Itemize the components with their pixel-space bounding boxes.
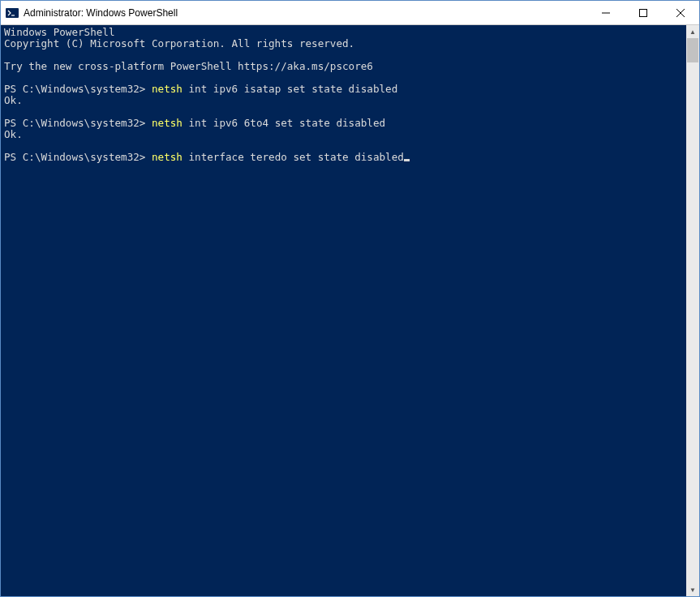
terminal-line [4, 140, 683, 152]
terminal-container: Windows PowerShellCopyright (C) Microsof… [1, 25, 699, 596]
command-keyword: netsh [152, 151, 183, 163]
prompt: PS C:\Windows\system32> [4, 117, 152, 129]
terminal-line: Ok. [4, 95, 683, 106]
minimize-button[interactable] [587, 1, 625, 24]
terminal-line [4, 49, 683, 61]
terminal-line: Ok. [4, 129, 683, 140]
terminal-line: PS C:\Windows\system32> netsh int ipv6 i… [4, 84, 683, 95]
terminal-line [4, 106, 683, 118]
close-button[interactable] [662, 1, 699, 24]
window-titlebar[interactable]: Administrator: Windows PowerShell [1, 1, 699, 25]
scroll-down-arrow[interactable]: ▼ [686, 583, 699, 596]
terminal-line [4, 72, 683, 84]
window-controls [587, 1, 699, 24]
command-args: int ipv6 isatap set state disabled [183, 83, 397, 95]
maximize-button[interactable] [625, 1, 662, 24]
cursor [404, 159, 410, 161]
command-args: int ipv6 6to4 set state disabled [183, 117, 385, 129]
terminal-line: Copyright (C) Microsoft Corporation. All… [4, 38, 683, 49]
command-keyword: netsh [152, 83, 183, 95]
terminal-output[interactable]: Windows PowerShellCopyright (C) Microsof… [1, 25, 686, 596]
terminal-line: PS C:\Windows\system32> netsh interface … [4, 152, 683, 163]
svg-rect-3 [640, 9, 647, 16]
terminal-line: Try the new cross-platform PowerShell ht… [4, 61, 683, 72]
terminal-line: Windows PowerShell [4, 27, 683, 38]
terminal-line: PS C:\Windows\system32> netsh int ipv6 6… [4, 118, 683, 129]
prompt: PS C:\Windows\system32> [4, 151, 152, 163]
svg-rect-0 [6, 8, 19, 18]
vertical-scrollbar[interactable]: ▲ ▼ [686, 25, 699, 596]
command-keyword: netsh [152, 117, 183, 129]
powershell-icon [6, 6, 19, 19]
command-args: interface teredo set state disabled [183, 151, 404, 163]
prompt: PS C:\Windows\system32> [4, 83, 152, 95]
scroll-thumb[interactable] [687, 38, 698, 62]
window-title: Administrator: Windows PowerShell [24, 7, 587, 19]
scroll-up-arrow[interactable]: ▲ [686, 25, 699, 38]
